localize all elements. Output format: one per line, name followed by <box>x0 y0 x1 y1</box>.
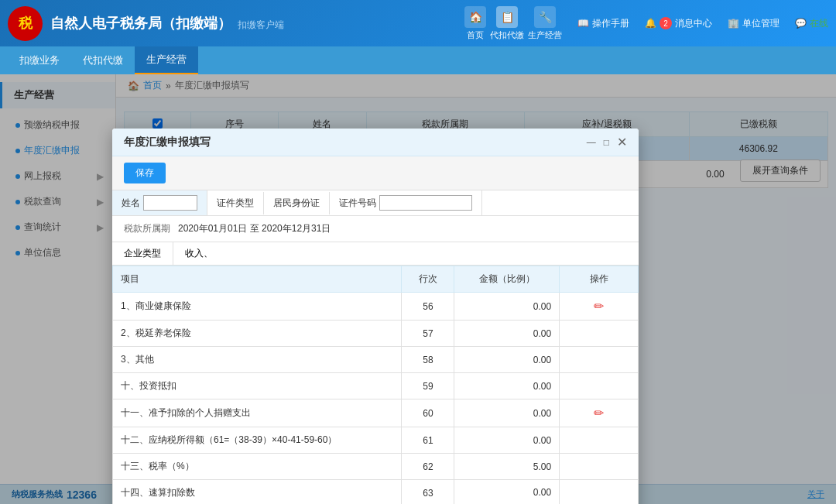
modal-cell-operation <box>560 427 639 454</box>
modal-cell-item: 十四、速算扣除数 <box>113 480 402 505</box>
modal-maximize-icon[interactable]: □ <box>604 137 609 148</box>
th-item: 项目 <box>113 266 402 293</box>
modal-cell-rownum: 61 <box>402 427 454 454</box>
modal-cell-operation <box>560 321 639 347</box>
modal-table-row: 十、投资抵扣590.00 <box>113 373 639 399</box>
sub-nav-agent-pay[interactable]: 代扣代缴 <box>71 46 135 74</box>
bell-icon: 🔔 <box>645 18 656 29</box>
modal-toolbar: 保存 <box>112 156 639 190</box>
nav-agent-pay-label: 代扣代缴 <box>490 29 524 41</box>
nav-production[interactable]: 🔧 生产经营 <box>528 6 562 41</box>
filter-id-cell: 居民身份证 <box>264 192 330 214</box>
sub-nav: 扣缴业务 代扣代缴 生产经营 <box>0 46 836 74</box>
modal-cell-rownum: 56 <box>402 293 454 321</box>
online-label: 在线 <box>810 17 828 30</box>
modal-cell-item: 十、投资抵扣 <box>113 373 402 399</box>
modal-table-row: 2、税延养老保险570.00 <box>113 321 639 347</box>
modal-cell-operation[interactable]: ✏ <box>560 399 639 427</box>
modal-cell-item: 2、税延养老保险 <box>113 321 402 347</box>
modal-cell-amount: 0.00 <box>454 399 560 427</box>
manual-button[interactable]: 📖 操作手册 <box>577 17 629 30</box>
modal-cell-amount: 0.00 <box>454 480 560 505</box>
online-icon: 💬 <box>795 18 807 29</box>
modal-cell-item: 十一、准予扣除的个人捐赠支出 <box>113 399 402 427</box>
modal-cell-operation <box>560 347 639 373</box>
logo-text: 税 <box>19 14 33 33</box>
modal-table-row: 十二、应纳税所得额（61=（38-39）×40-41-59-60）610.00 <box>113 427 639 454</box>
modal-table-row: 十一、准予扣除的个人捐赠支出600.00✏ <box>113 399 639 427</box>
sub-nav-withhold[interactable]: 扣缴业务 <box>8 46 71 74</box>
company-button[interactable]: 🏢 单位管理 <box>728 17 779 30</box>
message-badge: 2 <box>660 17 672 29</box>
company-icon: 🏢 <box>728 18 739 29</box>
filter-id-code-label: 证件号码 <box>339 197 376 210</box>
top-bar: 税 自然人电子税务局（扣缴端） 扣缴客户端 🏠 首页 📋 代扣代缴 🔧 生产经营… <box>0 0 836 46</box>
modal-cell-amount: 0.00 <box>454 427 560 454</box>
modal-cell-rownum: 60 <box>402 399 454 427</box>
filter-name-cell: 姓名 <box>112 190 207 215</box>
online-button[interactable]: 💬 在线 <box>795 17 828 30</box>
manual-icon: 📖 <box>577 18 589 29</box>
modal-table-row: 3、其他580.00 <box>113 347 639 373</box>
modal-cell-rownum: 63 <box>402 480 454 505</box>
th-row-num: 行次 <box>402 266 454 293</box>
modal-header: 年度汇缴申报填写 — □ ✕ <box>112 129 639 156</box>
filter-name-input[interactable] <box>143 195 197 211</box>
nav-home[interactable]: 🏠 首页 <box>464 6 486 41</box>
filter-id-type-cell: 证件类型 <box>207 192 264 214</box>
modal-close-button[interactable]: ✕ <box>617 135 627 149</box>
th-operation: 操作 <box>560 266 639 293</box>
sub-nav-withhold-label: 扣缴业务 <box>19 53 60 67</box>
modal-cell-amount: 5.00 <box>454 454 560 480</box>
modal-table: 项目 行次 金额（比例） 操作 1、商业健康保险560.00✏2、税延养老保险5… <box>112 266 639 504</box>
app-title: 自然人电子税务局（扣缴端） <box>50 15 231 31</box>
modal-minimize-icon[interactable]: — <box>587 137 596 148</box>
filter-id-code-cell: 证件号码 <box>330 190 482 215</box>
sub-nav-agent-pay-label: 代扣代缴 <box>83 53 123 67</box>
annual-declaration-modal: 年度汇缴申报填写 — □ ✕ 保存 姓名 证件类型 居民身份证 证件 <box>112 129 639 504</box>
modal-cell-item: 十二、应纳税所得额（61=（38-39）×40-41-59-60） <box>113 427 402 454</box>
app-subtitle: 扣缴客户端 <box>238 19 284 30</box>
agent-pay-icon: 📋 <box>496 6 518 28</box>
filter-row: 姓名 证件类型 居民身份证 证件号码 <box>112 190 639 216</box>
income-label: 收入、 <box>173 242 224 265</box>
filter-id-code-input[interactable] <box>379 195 472 211</box>
modal-cell-operation <box>560 373 639 399</box>
modal-cell-rownum: 62 <box>402 454 454 480</box>
company-type-label: 企业类型 <box>112 242 173 265</box>
edit-icon[interactable]: ✏ <box>594 406 604 420</box>
modal-table-row: 十三、税率（%）625.00 <box>113 454 639 480</box>
messages-label: 消息中心 <box>675 17 712 30</box>
app-logo: 税 <box>8 6 43 41</box>
modal-title: 年度汇缴申报填写 <box>124 135 211 149</box>
sub-nav-production-label: 生产经营 <box>146 53 187 67</box>
sub-nav-production[interactable]: 生产经营 <box>135 46 198 74</box>
nav-home-label: 首页 <box>467 29 484 41</box>
edit-icon[interactable]: ✏ <box>594 300 604 313</box>
nav-agent-pay[interactable]: 📋 代扣代缴 <box>490 6 524 41</box>
modal-cell-amount: 0.00 <box>454 347 560 373</box>
modal-cell-item: 十三、税率（%） <box>113 454 402 480</box>
manual-label: 操作手册 <box>592 17 629 30</box>
company-label: 单位管理 <box>742 17 779 30</box>
save-button[interactable]: 保存 <box>124 163 166 183</box>
modal-table-row: 1、商业健康保险560.00✏ <box>113 293 639 321</box>
messages-button[interactable]: 🔔 2 消息中心 <box>645 17 712 30</box>
modal-cell-operation <box>560 454 639 480</box>
modal-cell-operation[interactable]: ✏ <box>560 293 639 321</box>
modal-table-row: 十四、速算扣除数630.00 <box>113 480 639 505</box>
filter-id-label: 居民身份证 <box>273 197 320 210</box>
period-label: 税款所属期 <box>124 222 170 235</box>
modal-cell-rownum: 57 <box>402 321 454 347</box>
period-row: 税款所属期 2020年01月01日 至 2020年12月31日 <box>112 216 639 242</box>
modal-cell-amount: 0.00 <box>454 321 560 347</box>
modal-table-container[interactable]: 项目 行次 金额（比例） 操作 1、商业健康保险560.00✏2、税延养老保险5… <box>112 266 639 504</box>
th-amount: 金额（比例） <box>454 266 560 293</box>
modal-cell-item: 1、商业健康保险 <box>113 293 402 321</box>
home-icon: 🏠 <box>464 6 486 28</box>
production-icon: 🔧 <box>534 6 556 28</box>
top-right-actions: 📖 操作手册 🔔 2 消息中心 🏢 单位管理 💬 在线 <box>577 17 828 30</box>
modal-cell-operation <box>560 480 639 505</box>
modal-cell-amount: 0.00 <box>454 373 560 399</box>
filter-id-type-label: 证件类型 <box>217 197 254 210</box>
